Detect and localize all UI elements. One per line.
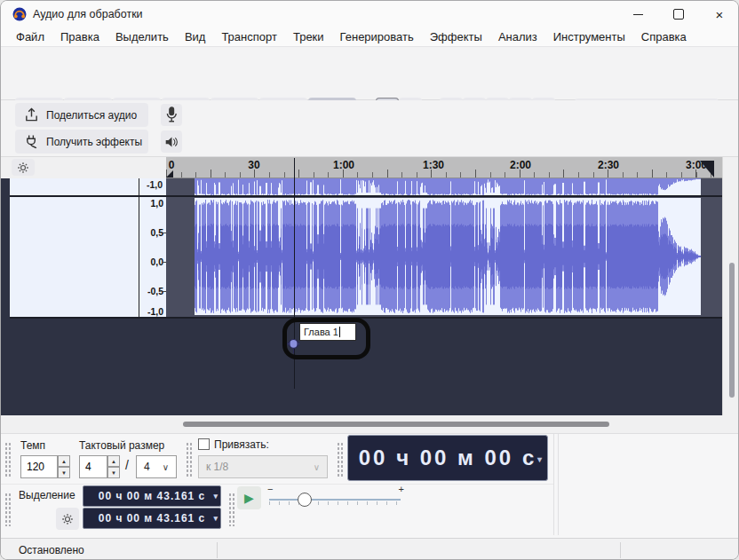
tempo-input[interactable] <box>20 455 58 478</box>
wave-track-panel[interactable] <box>10 197 139 317</box>
wave-scale-label: 0,0 <box>139 256 163 267</box>
tempo-spinner[interactable]: ▲ ▼ <box>58 455 70 478</box>
menu-tools[interactable]: Инструменты <box>545 28 633 47</box>
tempo-spin-down-icon[interactable]: ▼ <box>58 467 70 478</box>
horizontal-scrollbar[interactable] <box>1 415 722 433</box>
wave-scale-label: -0,5 <box>139 286 163 296</box>
snap-chevron-icon: ∨ <box>314 462 320 472</box>
playback-meter-button[interactable] <box>161 130 182 153</box>
app-logo-icon <box>12 7 27 21</box>
prev-track-vruler[interactable]: -1,0 <box>139 178 166 196</box>
status-divider-2 <box>620 542 621 558</box>
time-signature-spinner[interactable]: ▲ ▼ <box>107 455 120 478</box>
selection-toolbar-grip[interactable] <box>4 493 11 526</box>
menu-transport[interactable]: Транспорт <box>213 28 285 47</box>
selection-start-dropdown-icon[interactable]: ▾ <box>213 492 218 501</box>
menu-file[interactable]: Файл <box>8 28 52 47</box>
minimize-button[interactable] <box>617 1 658 28</box>
wave-track-vruler[interactable]: 1,0 0,5 0,0 -0,5 -1,0 <box>139 197 166 317</box>
snap-label: Привязать: <box>214 438 269 451</box>
toolbar-row-2: Поделиться аудио Получить эффекты Л П -5… <box>1 100 739 157</box>
get-effects-button[interactable]: Получить эффекты <box>15 130 148 154</box>
time-signature-lower-select[interactable]: 4 ∨ <box>136 455 177 478</box>
timeline-left-area <box>1 157 166 178</box>
share-upload-icon <box>24 107 39 122</box>
vertical-scrollbar[interactable] <box>722 157 739 433</box>
menu-generate[interactable]: Генерировать <box>332 28 422 47</box>
timeline-options-button[interactable] <box>12 159 35 176</box>
status-text: Остановлено <box>19 544 84 556</box>
selection-start-field[interactable]: 00 ч 00 м 43.161 с ▾ <box>83 485 221 507</box>
selection-gear-icon <box>61 513 74 525</box>
title-bar: Аудио для обработки × <box>1 1 739 28</box>
share-audio-button[interactable]: Поделиться аудио <box>15 103 148 127</box>
snap-select[interactable]: к 1/8 ∨ <box>198 455 328 478</box>
play-at-speed-icon: ▶ <box>244 491 254 505</box>
loop-region-end-marker[interactable] <box>700 161 714 177</box>
prev-track-scale-label: -1,0 <box>147 179 163 190</box>
get-effects-label: Получить эффекты <box>46 136 142 148</box>
time-signature-upper-input[interactable] <box>79 455 107 478</box>
maximize-button[interactable] <box>658 1 699 28</box>
window-title: Аудио для обработки <box>33 8 143 20</box>
menu-select[interactable]: Выделить <box>107 28 177 47</box>
speed-slider-thumb[interactable] <box>298 493 312 507</box>
tracks-area: -1,0 1,0 0,5 0,0 -0,5 -1,0 <box>1 178 722 415</box>
speaker-small-icon <box>164 136 179 148</box>
menu-tracks[interactable]: Треки <box>285 28 332 47</box>
menu-analyze[interactable]: Анализ <box>490 28 545 47</box>
status-bar: Остановлено <box>1 538 739 560</box>
close-button[interactable]: × <box>699 1 739 28</box>
time-format-dropdown-icon[interactable]: ▾ <box>537 454 542 464</box>
wave-scale-label: 0,5 <box>139 227 163 238</box>
gear-icon <box>17 162 29 174</box>
selection-end-field[interactable]: 00 ч 00 м 43.161 с ▾ <box>83 508 221 529</box>
time-toolbar-grip[interactable] <box>337 442 343 477</box>
prev-track-clip[interactable] <box>195 178 701 195</box>
tempo-label: Темп <box>20 439 45 452</box>
prev-track-panel[interactable] <box>10 178 139 196</box>
track-separator-2[interactable] <box>10 317 722 319</box>
horizontal-scrollbar-thumb[interactable] <box>183 422 609 427</box>
audio-position-display[interactable]: 00 ч 00 м 00 с ▾ <box>347 435 548 481</box>
time-signature-grip[interactable] <box>4 442 11 477</box>
snapping-grip[interactable] <box>186 442 192 477</box>
menu-help[interactable]: Справка <box>633 28 695 47</box>
speed-slider-track[interactable] <box>269 499 401 501</box>
scrollbar-corner <box>722 415 739 433</box>
selection-options-button[interactable] <box>56 508 79 530</box>
annotation-highlight <box>282 318 370 359</box>
mic-button[interactable] <box>161 104 182 126</box>
menu-edit[interactable]: Правка <box>52 28 107 47</box>
audio-clip[interactable] <box>195 198 701 315</box>
microphone-icon <box>165 106 178 123</box>
loop-region-start-marker[interactable] <box>166 170 173 177</box>
speed-slider-ticks <box>269 501 401 505</box>
maximize-icon <box>673 9 684 20</box>
tempo-spin-up-icon[interactable]: ▲ <box>58 455 70 467</box>
snap-checkbox[interactable] <box>198 438 210 450</box>
play-at-speed-button[interactable]: ▶ <box>237 486 261 509</box>
menu-bar: Файл Правка Выделить Вид Транспорт Треки… <box>1 28 739 47</box>
selection-label: Выделение <box>19 489 75 501</box>
play-at-speed-grip[interactable] <box>228 493 234 526</box>
ts-spin-up-icon[interactable]: ▲ <box>107 455 120 467</box>
snap-value: к 1/8 <box>206 461 228 473</box>
vertical-scrollbar-thumb[interactable] <box>729 263 735 398</box>
ruler-label: 30 <box>248 159 259 171</box>
ruler-label: 1:30 <box>423 159 444 171</box>
ts-spin-down-icon[interactable]: ▼ <box>107 467 120 478</box>
menu-effects[interactable]: Эффекты <box>422 28 490 47</box>
audio-position-value: 00 ч 00 м 00 с <box>359 446 536 470</box>
timeline-ruler[interactable]: 0 30 1:00 1:30 2:00 2:30 3:00 <box>166 157 722 178</box>
minimize-icon <box>633 14 643 15</box>
plug-icon <box>24 134 39 149</box>
ruler-label: 1:00 <box>333 159 354 171</box>
speed-slider[interactable]: − + <box>266 484 406 514</box>
time-signature-label: Тактовый размер <box>79 439 164 452</box>
speed-plus-label: + <box>399 484 404 494</box>
selection-end-dropdown-icon[interactable]: ▾ <box>213 514 218 523</box>
toolbar-row-1: ▶ ■ ● I ✎ ✳ <box>1 47 739 100</box>
selection-end-value: 00 ч 00 м 43.161 с <box>99 512 206 525</box>
menu-view[interactable]: Вид <box>177 28 214 47</box>
